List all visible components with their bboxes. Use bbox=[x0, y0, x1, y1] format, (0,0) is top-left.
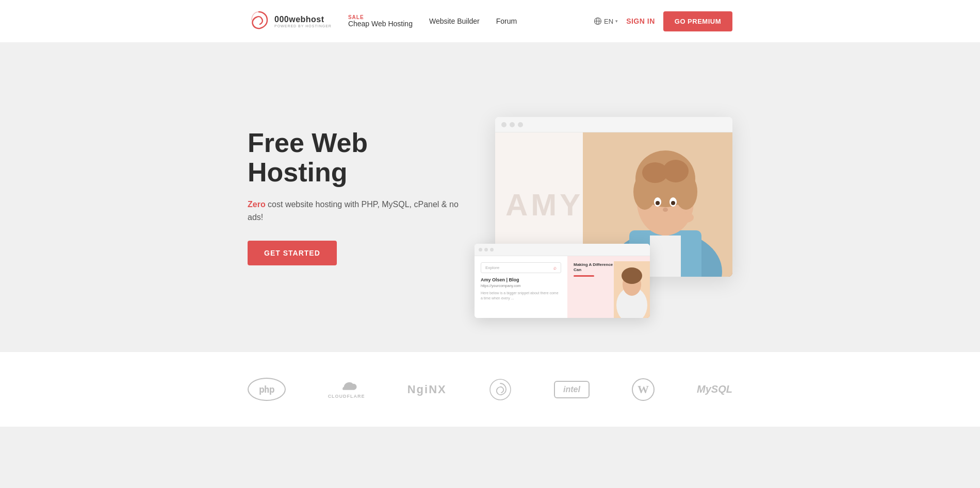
signin-button[interactable]: SIGN IN bbox=[626, 17, 655, 25]
cloudflare-text: cloudflare bbox=[328, 394, 365, 399]
logo-powered-by: POWERED BY HOSTINGER bbox=[274, 24, 332, 28]
amy-big-text: AMY bbox=[505, 187, 583, 223]
wordpress-logo-mark: W bbox=[632, 378, 655, 401]
small-blog-text: Here below is a bigger snippet about the… bbox=[481, 291, 561, 301]
sale-group: SALE Cheap Web Hosting bbox=[348, 14, 413, 28]
search-icon: ⌕ bbox=[553, 265, 557, 271]
svg-point-16 bbox=[656, 201, 660, 205]
cloudflare-logo: cloudflare bbox=[328, 380, 365, 399]
svg-point-24 bbox=[490, 379, 511, 400]
navbar-wrapper: 000webhost POWERED BY HOSTINGER SALE Che… bbox=[0, 0, 980, 42]
hero-text: Free Web Hosting Zero cost website hosti… bbox=[248, 128, 464, 265]
svg-point-18 bbox=[663, 208, 668, 212]
website-builder-link[interactable]: Website Builder bbox=[429, 17, 480, 25]
cloudflare-logo-mark: cloudflare bbox=[328, 380, 365, 399]
chevron-down-icon: ▾ bbox=[615, 19, 618, 24]
get-started-button[interactable]: GET STARTED bbox=[248, 241, 337, 265]
svg-point-23 bbox=[622, 267, 642, 284]
svg-point-17 bbox=[671, 201, 675, 205]
cheap-hosting-link[interactable]: Cheap Web Hosting bbox=[348, 20, 413, 28]
logo-text: 000webhost POWERED BY HOSTINGER bbox=[274, 15, 332, 28]
browser-dot-1 bbox=[501, 122, 507, 127]
globe-icon bbox=[594, 17, 602, 25]
small-person-image bbox=[614, 261, 650, 318]
hero-zero: Zero bbox=[248, 200, 266, 209]
browser-small-dot-3 bbox=[490, 248, 494, 251]
nav-links: SALE Cheap Web Hosting Website Builder F… bbox=[348, 14, 594, 28]
hero-subtitle-rest: cost website hosting with PHP, MySQL, cP… bbox=[248, 200, 459, 222]
nginx-logo-mark: NgiNX bbox=[407, 383, 447, 396]
logos-section: php cloudflare NgiNX intel bbox=[0, 351, 980, 427]
hero-subtitle: Zero cost website hosting with PHP, MySQ… bbox=[248, 198, 464, 224]
logo-link[interactable]: 000webhost POWERED BY HOSTINGER bbox=[248, 10, 332, 32]
small-search-bar: Explore ⌕ bbox=[481, 262, 561, 273]
wordpress-logo: W bbox=[632, 378, 655, 401]
browser-small-body: Explore ⌕ Amy Olsen | Blog https://yourc… bbox=[475, 256, 650, 318]
hero-inner: Free Web Hosting Zero cost website hosti… bbox=[248, 117, 732, 277]
browser-small-dot-2 bbox=[484, 248, 488, 251]
small-blog-url: https://yourcompany.com bbox=[481, 284, 561, 288]
browser-small-dot-1 bbox=[479, 248, 482, 251]
swirl-logo bbox=[489, 378, 512, 401]
browser-dot-2 bbox=[510, 122, 515, 127]
svg-point-19 bbox=[678, 212, 694, 223]
svg-point-13 bbox=[663, 160, 689, 182]
php-logo-mark: php bbox=[248, 378, 286, 401]
cloudflare-cloud-icon bbox=[331, 380, 362, 393]
browser-dot-3 bbox=[518, 122, 523, 127]
php-logo: php bbox=[248, 378, 286, 401]
small-search-text: Explore bbox=[485, 265, 551, 270]
intel-logo: intel bbox=[554, 381, 590, 398]
language-label: EN bbox=[604, 18, 613, 25]
browser-mockup: AMY bbox=[495, 117, 732, 277]
go-premium-button[interactable]: GO PREMIUM bbox=[663, 11, 732, 31]
small-blog-title: Amy Olsen | Blog bbox=[481, 277, 561, 282]
browser-small-titlebar bbox=[475, 244, 650, 256]
intel-logo-mark: intel bbox=[554, 381, 590, 398]
small-left-panel: Explore ⌕ Amy Olsen | Blog https://yourc… bbox=[475, 256, 567, 318]
forum-link[interactable]: Forum bbox=[496, 17, 517, 25]
logo-icon bbox=[248, 10, 270, 32]
small-right-line bbox=[574, 275, 594, 277]
svg-rect-6 bbox=[650, 235, 681, 277]
swirl-logo-mark bbox=[489, 378, 512, 401]
nav-right: EN ▾ SIGN IN GO PREMIUM bbox=[594, 11, 732, 31]
browser-titlebar bbox=[495, 117, 732, 132]
logos-inner: php cloudflare NgiNX intel bbox=[248, 378, 732, 401]
navbar: 000webhost POWERED BY HOSTINGER SALE Che… bbox=[248, 0, 732, 42]
mysql-logo-mark: MySQL bbox=[697, 383, 732, 395]
language-button[interactable]: EN ▾ bbox=[594, 17, 618, 25]
browser-small: Explore ⌕ Amy Olsen | Blog https://yourc… bbox=[475, 244, 650, 318]
mysql-logo: MySQL bbox=[697, 383, 732, 395]
nginx-logo: NgiNX bbox=[407, 383, 447, 396]
hero-section: Free Web Hosting Zero cost website hosti… bbox=[0, 42, 980, 351]
small-right-panel: Making A Difference In Any Way I Can bbox=[567, 256, 650, 318]
logo-name: 000webhost bbox=[274, 15, 332, 24]
small-person-silhouette bbox=[614, 261, 650, 318]
hero-title: Free Web Hosting bbox=[248, 128, 464, 187]
